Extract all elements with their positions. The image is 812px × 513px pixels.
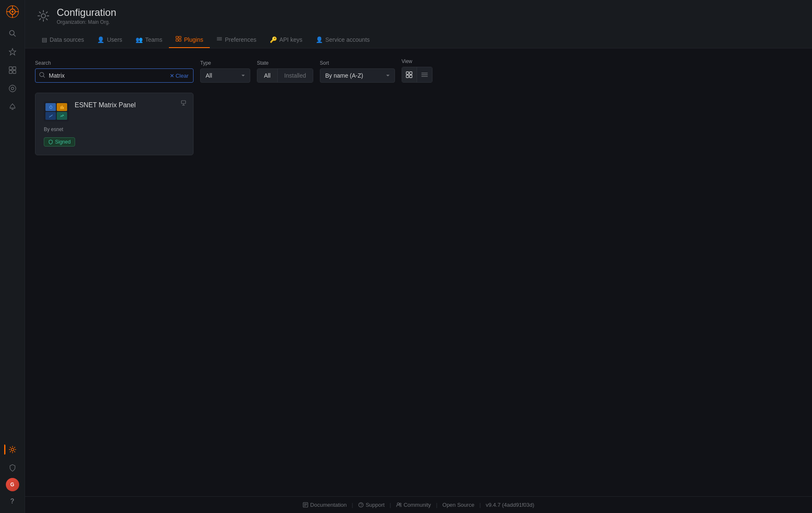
svg-rect-43 bbox=[181, 101, 186, 104]
view-label: View bbox=[402, 58, 432, 64]
footer-sep-4: | bbox=[479, 502, 480, 508]
type-label: Type bbox=[200, 60, 250, 66]
plugin-author: By esnet bbox=[44, 126, 185, 132]
search-icon bbox=[39, 72, 45, 79]
footer: Documentation | Support | Commu bbox=[25, 496, 812, 513]
svg-point-19 bbox=[41, 14, 45, 18]
content-area: Search ✕ Clear bbox=[25, 48, 812, 496]
page-subtitle: Organization: Main Org. bbox=[57, 19, 116, 25]
plugin-title-block: ESNET Matrix Panel bbox=[75, 101, 185, 111]
preferences-icon bbox=[216, 36, 222, 43]
sidebar-item-dashboards[interactable] bbox=[4, 62, 21, 78]
search-group: Search ✕ Clear bbox=[35, 60, 194, 83]
sidebar: G ? bbox=[0, 0, 25, 513]
svg-point-18 bbox=[11, 448, 14, 451]
documentation-icon bbox=[303, 502, 308, 508]
svg-rect-30 bbox=[410, 72, 412, 74]
support-link[interactable]: Support bbox=[358, 502, 385, 508]
community-icon bbox=[396, 502, 402, 508]
search-label: Search bbox=[35, 60, 194, 66]
community-link[interactable]: Community bbox=[396, 502, 431, 508]
sort-select[interactable]: By name (A-Z) By name (Z-A) By downloads… bbox=[320, 68, 395, 83]
sidebar-item-shield[interactable] bbox=[4, 460, 21, 476]
sidebar-item-explore[interactable] bbox=[4, 80, 21, 97]
clear-button[interactable]: ✕ Clear bbox=[168, 72, 190, 80]
tab-teams[interactable]: 👥 Teams bbox=[129, 32, 169, 48]
view-group: View bbox=[402, 58, 432, 83]
svg-point-52 bbox=[397, 503, 399, 505]
state-group: State All Installed bbox=[257, 60, 313, 83]
svg-rect-39 bbox=[62, 106, 63, 109]
svg-point-36 bbox=[50, 106, 52, 109]
open-source-link[interactable]: Open Source bbox=[442, 502, 475, 508]
documentation-link[interactable]: Documentation bbox=[303, 502, 347, 508]
support-icon bbox=[358, 502, 364, 508]
plugin-card-header: ESNET Matrix Panel bbox=[44, 101, 185, 121]
svg-marker-9 bbox=[9, 48, 16, 55]
tabs: ▤ Data sources 👤 Users 👥 Teams bbox=[35, 32, 802, 48]
list-view-button[interactable] bbox=[417, 67, 432, 82]
signed-badge: Signed bbox=[44, 137, 75, 147]
view-buttons bbox=[402, 67, 432, 83]
page-title: Configuration bbox=[57, 7, 116, 18]
api-keys-icon: 🔑 bbox=[270, 36, 277, 43]
main-content: Configuration Organization: Main Org. ▤ … bbox=[25, 0, 812, 513]
svg-rect-40 bbox=[63, 107, 64, 109]
state-installed-button[interactable]: Installed bbox=[278, 69, 313, 82]
plugin-card-esnet-matrix[interactable]: ESNET Matrix Panel By esnet bbox=[35, 93, 194, 155]
clear-x-icon: ✕ bbox=[170, 73, 174, 79]
version-text: v9.4.7 (4add91f03d) bbox=[486, 502, 534, 508]
grid-view-button[interactable] bbox=[402, 67, 417, 82]
user-avatar[interactable]: G bbox=[6, 478, 19, 491]
svg-point-14 bbox=[9, 85, 16, 92]
filters-row: Search ✕ Clear bbox=[35, 58, 802, 83]
sidebar-item-alerting[interactable] bbox=[4, 99, 21, 115]
svg-rect-13 bbox=[13, 71, 16, 73]
plugin-thumbnail bbox=[44, 101, 69, 121]
type-select[interactable]: All Panel Data source App bbox=[200, 68, 250, 83]
thumb-cell-1 bbox=[45, 103, 56, 111]
svg-rect-31 bbox=[406, 75, 409, 78]
svg-line-8 bbox=[13, 35, 15, 37]
state-all-button[interactable]: All bbox=[257, 69, 278, 82]
footer-sep-3: | bbox=[436, 502, 437, 508]
tab-api-keys[interactable]: 🔑 API keys bbox=[263, 32, 309, 48]
svg-rect-10 bbox=[9, 67, 12, 70]
svg-rect-20 bbox=[176, 36, 178, 38]
svg-rect-12 bbox=[9, 71, 12, 73]
svg-line-28 bbox=[43, 76, 45, 78]
state-buttons: All Installed bbox=[257, 68, 313, 83]
tab-users[interactable]: 👤 Users bbox=[91, 32, 129, 48]
svg-rect-11 bbox=[13, 67, 16, 70]
config-header-icon bbox=[35, 8, 52, 24]
plugins-icon bbox=[176, 36, 181, 43]
tab-plugins[interactable]: Plugins bbox=[169, 32, 210, 48]
svg-rect-22 bbox=[176, 39, 178, 41]
service-accounts-icon: 👤 bbox=[316, 36, 323, 43]
teams-icon: 👥 bbox=[136, 36, 143, 43]
users-icon: 👤 bbox=[97, 36, 104, 43]
tab-service-accounts[interactable]: 👤 Service accounts bbox=[309, 32, 377, 48]
pin-icon bbox=[181, 100, 186, 107]
svg-point-6 bbox=[11, 11, 13, 13]
svg-rect-23 bbox=[179, 39, 181, 41]
state-label: State bbox=[257, 60, 313, 66]
signed-label: Signed bbox=[55, 139, 70, 145]
plugin-name: ESNET Matrix Panel bbox=[75, 101, 185, 109]
footer-sep-1: | bbox=[352, 502, 353, 508]
tab-preferences[interactable]: Preferences bbox=[210, 32, 263, 48]
sort-group: Sort By name (A-Z) By name (Z-A) By down… bbox=[320, 60, 395, 83]
grafana-logo[interactable] bbox=[4, 3, 21, 20]
thumb-cell-2 bbox=[57, 103, 67, 111]
thumb-cell-4 bbox=[57, 112, 67, 120]
sidebar-item-starred[interactable] bbox=[4, 43, 21, 60]
svg-rect-32 bbox=[410, 75, 412, 78]
svg-point-53 bbox=[400, 503, 401, 505]
tab-data-sources[interactable]: ▤ Data sources bbox=[35, 32, 91, 48]
sidebar-item-help[interactable]: ? bbox=[4, 493, 21, 510]
sidebar-item-configuration[interactable] bbox=[4, 441, 21, 458]
svg-rect-38 bbox=[60, 106, 61, 109]
sort-label: Sort bbox=[320, 60, 395, 66]
sidebar-item-search[interactable] bbox=[4, 25, 21, 42]
type-group: Type All Panel Data source App bbox=[200, 60, 250, 83]
